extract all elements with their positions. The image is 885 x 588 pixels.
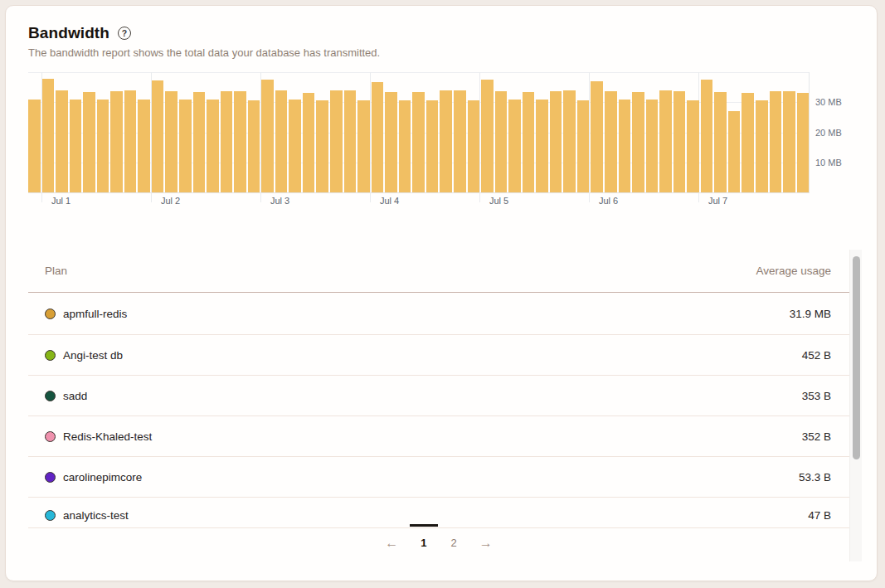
chart-x-axis-labels: Jul 1Jul 2Jul 3Jul 4Jul 5Jul 6Jul 7 — [28, 196, 809, 209]
x-axis-tick-label: Jul 4 — [380, 196, 399, 206]
chart-bar[interactable] — [563, 90, 576, 192]
chart-bar[interactable] — [275, 90, 288, 192]
chart-bar[interactable] — [495, 91, 508, 192]
series-color-dot-icon — [45, 350, 56, 361]
chart-plot-area — [28, 72, 810, 193]
chart-bar[interactable] — [28, 100, 41, 192]
help-icon[interactable]: ? — [118, 27, 131, 40]
chart-bars — [28, 72, 809, 192]
chart-bar[interactable] — [42, 79, 55, 192]
chart-bar[interactable] — [523, 92, 535, 192]
series-color-dot-icon — [45, 309, 56, 319]
average-usage-value: 452 B — [802, 349, 831, 362]
chart-bar[interactable] — [330, 90, 343, 192]
chart-bar[interactable] — [659, 90, 672, 192]
chart-bar[interactable] — [385, 92, 397, 192]
chart-bar[interactable] — [426, 100, 439, 192]
chart-bar[interactable] — [536, 100, 548, 192]
chart-bar[interactable] — [701, 80, 713, 192]
chart-bar[interactable] — [550, 91, 562, 193]
card-subtitle: The bandwidth report shows the total dat… — [28, 46, 380, 59]
chart-bar[interactable] — [83, 92, 95, 192]
chart-bar[interactable] — [619, 100, 631, 192]
y-axis-tick-label: 10 MB — [815, 158, 842, 168]
page-button-1[interactable]: 1 — [417, 535, 430, 551]
chart-bar[interactable] — [687, 100, 699, 192]
chart-bar[interactable] — [316, 100, 328, 192]
chart-bar[interactable] — [646, 100, 659, 192]
chart-bar[interactable] — [673, 91, 686, 193]
chart-bar[interactable] — [248, 100, 260, 192]
chart-bar[interactable] — [357, 100, 370, 192]
chart-bar[interactable] — [454, 90, 466, 192]
x-axis-tick-label: Jul 3 — [270, 196, 289, 206]
chart-bar[interactable] — [412, 92, 425, 192]
plan-name: sadd — [63, 390, 87, 402]
chart-bar[interactable] — [179, 100, 192, 192]
page-button-2[interactable]: 2 — [448, 535, 460, 551]
bandwidth-bar-chart: 30 MB20 MB10 MB Jul 1Jul 2Jul 3Jul 4Jul … — [28, 72, 862, 209]
chart-bar[interactable] — [468, 100, 480, 192]
chart-bar[interactable] — [508, 100, 521, 192]
chart-bar[interactable] — [261, 80, 274, 192]
chart-bar[interactable] — [591, 81, 603, 192]
chart-bar[interactable] — [632, 92, 644, 192]
plan-name: apmfull-redis — [63, 308, 127, 320]
chart-bar[interactable] — [289, 100, 301, 192]
previous-page-arrow-icon[interactable]: ← — [383, 537, 400, 550]
plan-cell: sadd — [45, 390, 87, 402]
chart-bar[interactable] — [714, 92, 727, 192]
chart-bar[interactable] — [372, 82, 384, 192]
chart-bar[interactable] — [152, 80, 164, 192]
chart-bar[interactable] — [481, 80, 494, 192]
column-header-plan: Plan — [45, 265, 67, 277]
chart-bar[interactable] — [742, 93, 754, 192]
table-row: Redis-Khaled-test352 B — [28, 416, 849, 457]
average-usage-value: 352 B — [802, 430, 831, 443]
plan-name: analytics-test — [63, 509, 129, 522]
chart-bar[interactable] — [124, 90, 137, 192]
chart-bar[interactable] — [193, 92, 206, 192]
chart-bar[interactable] — [56, 90, 68, 192]
next-page-arrow-icon[interactable]: → — [478, 537, 494, 550]
chart-bar[interactable] — [728, 111, 741, 192]
table-scrollbar-track[interactable] — [849, 250, 862, 561]
plan-name: carolinepimcore — [63, 471, 142, 484]
chart-bar[interactable] — [97, 100, 109, 192]
plan-name: Redis-Khaled-test — [63, 430, 152, 443]
chart-bar[interactable] — [577, 100, 590, 192]
bandwidth-card: Bandwidth ? The bandwidth report shows t… — [5, 5, 878, 581]
chart-bar[interactable] — [138, 100, 150, 192]
series-color-dot-icon — [45, 391, 56, 401]
x-axis-tick-label: Jul 6 — [599, 196, 618, 206]
x-axis-tick-label: Jul 5 — [489, 196, 508, 206]
chart-bar[interactable] — [605, 91, 617, 192]
x-axis-tick-label: Jul 2 — [161, 196, 180, 206]
chart-bar[interactable] — [344, 90, 357, 192]
chart-bar[interactable] — [797, 93, 810, 192]
plans-table-area: Plan Average usage apmfull-redis31.9 MBA… — [6, 250, 878, 561]
chart-bar[interactable] — [221, 91, 233, 192]
chart-bar[interactable] — [440, 90, 452, 192]
table-scrollbar-thumb[interactable] — [853, 256, 860, 459]
series-color-dot-icon — [45, 510, 56, 521]
y-axis-tick-label: 30 MB — [815, 97, 842, 107]
chart-bar[interactable] — [770, 91, 782, 192]
plan-cell: Angi-test db — [45, 349, 123, 362]
chart-y-axis-labels: 30 MB20 MB10 MB — [815, 72, 862, 192]
chart-bar[interactable] — [303, 93, 315, 192]
chart-bar[interactable] — [756, 100, 768, 192]
plan-cell: carolinepimcore — [45, 471, 142, 484]
average-usage-value: 47 B — [808, 509, 831, 522]
chart-bar[interactable] — [207, 100, 219, 192]
series-color-dot-icon — [45, 431, 56, 442]
chart-bar[interactable] — [165, 91, 177, 192]
chart-bar[interactable] — [70, 100, 82, 192]
chart-bar[interactable] — [399, 100, 411, 192]
chart-bar[interactable] — [110, 91, 123, 193]
table-row: Angi-test db452 B — [28, 335, 849, 376]
series-color-dot-icon — [45, 472, 56, 483]
chart-bar[interactable] — [783, 91, 795, 193]
average-usage-value: 353 B — [802, 390, 831, 402]
chart-bar[interactable] — [234, 91, 246, 193]
